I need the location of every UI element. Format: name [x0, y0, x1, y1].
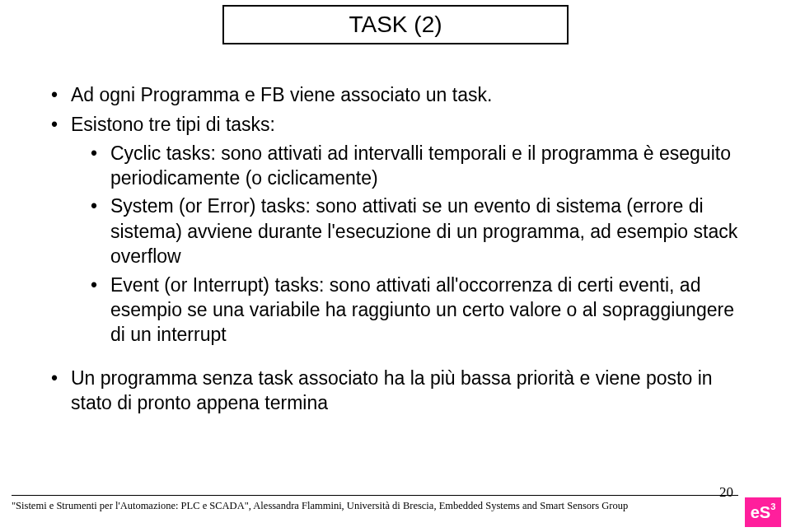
logo: eS3	[745, 497, 781, 527]
title-box: TASK (2)	[222, 5, 569, 44]
bullet-2: Esistono tre tipi di tasks: Cyclic tasks…	[51, 112, 747, 347]
bullet-1: Ad ogni Programma e FB viene associato u…	[51, 82, 747, 107]
bullet-2-text: Esistono tre tipi di tasks:	[71, 114, 275, 135]
logo-main: eS	[751, 503, 770, 521]
slide-title: TASK (2)	[349, 12, 442, 37]
slide-body: Ad ogni Programma e FB viene associato u…	[51, 82, 747, 420]
footer-text: "Sistemi e Strumenti per l'Automazione: …	[12, 500, 628, 512]
logo-text: eS3	[751, 504, 776, 520]
bullet-2b: System (or Error) tasks: sono attivati s…	[71, 194, 747, 268]
slide: TASK (2) Ad ogni Programma e FB viene as…	[0, 0, 791, 532]
bullet-3: Un programma senza task associato ha la …	[51, 366, 747, 416]
footer-rule	[12, 495, 738, 496]
bullet-2c: Event (or Interrupt) tasks: sono attivat…	[71, 273, 747, 348]
logo-sup: 3	[770, 502, 775, 511]
page-number: 20	[719, 484, 733, 501]
bullet-2a: Cyclic tasks: sono attivati ad intervall…	[71, 141, 747, 191]
